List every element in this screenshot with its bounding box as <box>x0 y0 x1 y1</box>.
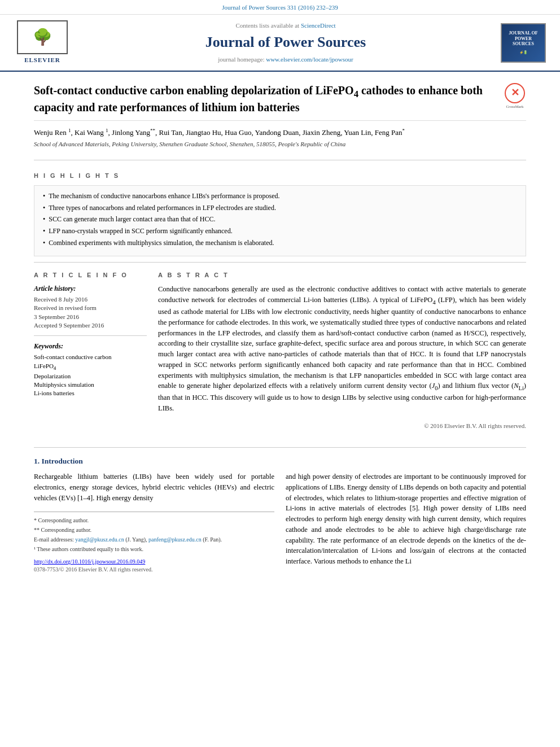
divider-1 <box>34 160 526 160</box>
accepted-date: Accepted 9 September 2016 <box>34 321 147 330</box>
bullet-1: • <box>43 191 45 201</box>
keyword-3: Depolarization <box>34 372 147 381</box>
journal-header: 🌳 ELSEVIER Contents lists available at S… <box>0 15 560 71</box>
contents-label: Contents lists available at ScienceDirec… <box>73 21 498 30</box>
bullet-4: • <box>43 226 45 236</box>
crossmark-label: CrossMark <box>506 104 523 110</box>
homepage-label: journal homepage: www.elsevier.com/locat… <box>73 55 498 64</box>
journal-header-center: Contents lists available at ScienceDirec… <box>73 21 498 64</box>
history-subtitle: Article history: <box>34 284 147 294</box>
keyword-1: Soft-contact conductive carbon <box>34 353 147 361</box>
divider-info <box>34 335 147 336</box>
intro-title: 1. Introduction <box>34 456 526 467</box>
highlight-item-2: • Three types of nanocarbons and related… <box>43 203 517 213</box>
doi-anchor[interactable]: http://dx.doi.org/10.1016/j.jpowsour.201… <box>34 558 145 565</box>
authors-section: Wenju Ren 1, Kai Wang 1, Jinlong Yang**,… <box>34 121 526 154</box>
highlight-text-1: The mechanism of conductive nanocarbons … <box>49 191 279 201</box>
abstract-label: A B S T R A C T <box>158 271 526 279</box>
crossmark-badge: ✕ CrossMark <box>504 83 526 110</box>
highlight-item-3: • SCC can generate much larger contact a… <box>43 215 517 224</box>
footnote-corresponding-1: * Corresponding author. <box>34 517 274 525</box>
highlight-item-1: • The mechanism of conductive nanocarbon… <box>43 191 517 201</box>
article-info-label: A R T I C L E I N F O <box>34 271 147 279</box>
highlight-text-5: Combined experiments with multiphysics s… <box>49 238 274 248</box>
elsevier-graphic: 🌳 <box>17 20 68 54</box>
sciencedirect-link[interactable]: ScienceDirect <box>301 22 336 29</box>
affiliation-text: School of Advanced Materials, Peking Uni… <box>34 140 526 148</box>
intro-left-col: Rechargeable lithium batteries (LIBs) ha… <box>34 471 274 574</box>
highlight-item-5: • Combined experiments with multiphysics… <box>43 238 517 248</box>
keyword-2: LiFePO4 <box>34 362 147 372</box>
footnotes-area: * Corresponding author. ** Corresponding… <box>34 512 274 553</box>
article-title: Soft-contact conductive carbon enabling … <box>34 83 498 115</box>
article-info-col: A R T I C L E I N F O Article history: R… <box>34 271 147 431</box>
abstract-col: A B S T R A C T Conductive nanocarbons g… <box>158 271 526 431</box>
bullet-5: • <box>43 238 45 248</box>
doi-link: http://dx.doi.org/10.1016/j.jpowsour.201… <box>34 558 274 566</box>
keywords-label: Keywords: <box>34 342 147 351</box>
bullet-3: • <box>43 215 45 224</box>
intro-two-col: Rechargeable lithium batteries (LIBs) ha… <box>34 471 526 574</box>
info-abstract-section: A R T I C L E I N F O Article history: R… <box>34 262 526 439</box>
homepage-url-link[interactable]: www.elsevier.com/locate/jpowsour <box>266 56 353 63</box>
highlight-item-4: • LFP nano-crystals wrapped in SCC perfo… <box>43 226 517 236</box>
tree-icon: 🌳 <box>33 29 53 45</box>
highlight-text-2: Three types of nanocarbons and related p… <box>49 203 276 213</box>
email-link-2[interactable]: panfeng@pkusz.edu.cn <box>148 536 202 543</box>
copyright-text: © 2016 Elsevier B.V. All rights reserved… <box>158 418 526 430</box>
abstract-text: Conductive nanocarbons generally are use… <box>158 284 526 414</box>
article-title-text: Soft-contact conductive carbon enabling … <box>34 84 483 114</box>
footnote-corresponding-2: ** Corresponding author. <box>34 526 274 534</box>
footnote-equal-contribution: ¹ These authors contributed equally to t… <box>34 545 274 553</box>
keyword-5: Li-ions batteries <box>34 389 147 397</box>
issn-text: 0378-7753/© 2016 Elsevier B.V. All right… <box>34 566 274 574</box>
footnote-email-line: E-mail addresses: yangjl@pkusz.edu.cn (J… <box>34 536 274 544</box>
journal-logo: JOURNAL OFPOWERSOURCES ⚡🔋 <box>498 23 549 63</box>
keyword-4: Multiphysics simulation <box>34 381 147 389</box>
journal-ref-text: Journal of Power Sources 331 (2016) 232–… <box>222 4 338 11</box>
journal-logo-box: JOURNAL OFPOWERSOURCES ⚡🔋 <box>501 23 546 63</box>
journal-title: Journal of Power Sources <box>73 32 498 53</box>
received-revised-date: Received in revised form3 September 2016 <box>34 304 147 321</box>
introduction-section: 1. Introduction Rechargeable lithium bat… <box>34 447 526 574</box>
intro-left-text: Rechargeable lithium batteries (LIBs) ha… <box>34 471 274 503</box>
article-history: Article history: Received 8 July 2016 Re… <box>34 284 147 330</box>
highlights-box: • The mechanism of conductive nanocarbon… <box>34 185 526 256</box>
received-date: Received 8 July 2016 <box>34 295 147 304</box>
intro-right-col: and high power density of electrodes are… <box>286 471 526 574</box>
crossmark-icon: ✕ <box>505 83 525 103</box>
highlights-section: H I G H L I G H T S • The mechanism of c… <box>34 166 526 261</box>
keywords-section: Keywords: Soft-contact conductive carbon… <box>34 342 147 397</box>
highlight-text-3: SCC can generate much larger contact are… <box>49 215 215 224</box>
highlight-text-4: LFP nano-crystals wrapped in SCC perform… <box>49 226 232 236</box>
elsevier-brand: ELSEVIER <box>24 56 60 64</box>
email-link-1[interactable]: yangjl@pkusz.edu.cn <box>75 536 124 543</box>
intro-right-text: and high power density of electrodes are… <box>286 471 526 567</box>
authors-text: Wenju Ren 1, Kai Wang 1, Jinlong Yang**,… <box>34 128 405 137</box>
elsevier-logo-area: 🌳 ELSEVIER <box>11 20 73 64</box>
authors-line: Wenju Ren 1, Kai Wang 1, Jinlong Yang**,… <box>34 126 526 138</box>
article-title-section: Soft-contact conductive carbon enabling … <box>34 72 526 121</box>
highlights-label: H I G H L I G H T S <box>34 172 526 180</box>
main-content-area: Soft-contact conductive carbon enabling … <box>0 72 560 574</box>
bullet-2: • <box>43 203 45 213</box>
journal-reference-bar: Journal of Power Sources 331 (2016) 232–… <box>0 0 560 15</box>
